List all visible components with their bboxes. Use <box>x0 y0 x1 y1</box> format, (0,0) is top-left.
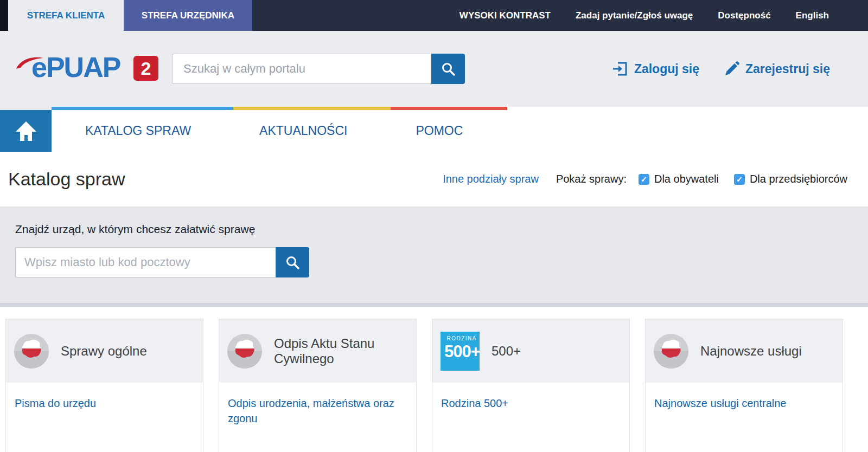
register-button[interactable]: Zarejestruj się <box>724 61 830 76</box>
link-wysoki-kontrast[interactable]: WYSOKI KONTRAST <box>459 10 551 21</box>
poland-map-icon <box>227 334 262 369</box>
search-icon <box>441 61 456 76</box>
portal-search-input[interactable] <box>172 54 431 84</box>
search-icon <box>285 255 300 270</box>
card-body: Pisma do urzędu <box>6 383 203 411</box>
home-button[interactable] <box>0 110 52 152</box>
card-body: Odpis urodzenia, małżeństwa oraz zgonu <box>219 383 416 426</box>
card-header[interactable]: Sprawy ogólne <box>6 319 203 383</box>
link-dostepnosc[interactable]: Dostępność <box>718 10 770 21</box>
show-cases-label: Pokaż sprawy: <box>556 173 627 185</box>
city-search-button[interactable] <box>276 247 309 277</box>
card-title: Sprawy ogólne <box>61 344 147 359</box>
filter-dla-obywateli[interactable]: Dla obywateli <box>639 173 719 185</box>
card-link-najnowsze-centralne[interactable]: Najnowsze usługi centralne <box>654 396 834 411</box>
topbar-links: WYSOKI KONTRAST Zadaj pytanie/Zgłoś uwag… <box>459 0 868 31</box>
page-title: Katalog spraw <box>8 169 125 190</box>
rodzina-500-label: 500+ <box>444 343 477 360</box>
tab-strefa-urzednika[interactable]: STREFA URZĘDNIKA <box>124 0 252 31</box>
card-link-odpis-urodzenia[interactable]: Odpis urodzenia, małżeństwa oraz zgonu <box>228 396 407 426</box>
card-link-pisma-do-urzedu[interactable]: Pisma do urzędu <box>15 396 194 411</box>
find-office-panel: Znajdź urząd, w którym chcesz załatwić s… <box>0 206 868 307</box>
tab-strefa-klienta[interactable]: STREFA KLIENTA <box>8 0 124 31</box>
catalog-controls: Inne podziały spraw Pokaż sprawy: Dla ob… <box>443 173 847 185</box>
topbar-spacer <box>252 0 459 31</box>
top-utility-bar: STREFA KLIENTA STREFA URZĘDNIKA WYSOKI K… <box>0 0 868 31</box>
city-search-input[interactable] <box>15 247 276 277</box>
card-sprawy-ogolne: Sprawy ogólne Pisma do urzędu <box>5 319 203 452</box>
card-najnowsze-uslugi: Najnowsze usługi Najnowsze usługi centra… <box>645 319 843 452</box>
poland-map-icon <box>14 334 49 369</box>
home-icon <box>14 120 38 142</box>
inne-podzialy-link[interactable]: Inne podziały spraw <box>443 173 539 185</box>
login-button[interactable]: Zaloguj się <box>612 61 699 77</box>
register-label: Zarejestruj się <box>745 62 830 76</box>
logo-text: ePUAP <box>31 51 120 83</box>
card-title: Najnowsze usługi <box>700 344 802 359</box>
find-office-search <box>15 247 868 277</box>
link-english[interactable]: English <box>796 10 829 21</box>
filter-label: Dla przedsiębiorców <box>750 173 847 185</box>
filter-label: Dla obywateli <box>654 173 719 185</box>
rodzina-500-logo: RODZINA 500+ <box>441 332 480 371</box>
find-office-label: Znajdź urząd, w którym chcesz załatwić s… <box>15 223 868 236</box>
category-cards: Sprawy ogólne Pisma do urzędu Odpis Aktu… <box>0 319 868 452</box>
topbar-left-edge <box>0 0 8 31</box>
auth-links: Zaloguj się Zarejestruj się <box>612 61 868 77</box>
nav-katalog-spraw[interactable]: KATALOG SPRAW <box>85 124 191 138</box>
card-odpis-aktu: Odpis Aktu Stanu Cywilnego Odpis urodzen… <box>219 319 417 452</box>
logo-badge-2: 2 <box>133 56 158 81</box>
portal-search <box>172 54 465 84</box>
checkbox-dla-obywateli[interactable] <box>639 174 649 185</box>
filter-dla-przedsiebiorcow[interactable]: Dla przedsiębiorców <box>734 173 847 185</box>
card-body: Najnowsze usługi centralne <box>646 383 843 411</box>
nav-pomoc[interactable]: POMOC <box>416 124 463 138</box>
pencil-icon <box>724 61 739 76</box>
card-title: 500+ <box>492 344 521 359</box>
login-label: Zaloguj się <box>634 62 699 76</box>
card-title: Odpis Aktu Stanu Cywilnego <box>274 336 409 366</box>
header: ePUAP 2 Zaloguj się Zarejestruj <box>0 31 868 107</box>
catalog-heading-row: Katalog spraw Inne podziały spraw Pokaż … <box>0 152 868 206</box>
link-zadaj-pytanie[interactable]: Zadaj pytanie/Zgłoś uwagę <box>576 10 693 21</box>
portal-search-button[interactable] <box>431 54 465 84</box>
card-body: Rodzina 500+ <box>432 383 629 411</box>
card-header[interactable]: Odpis Aktu Stanu Cywilnego <box>219 319 416 383</box>
login-icon <box>612 61 628 77</box>
main-nav: KATALOG SPRAW AKTUALNOŚCI POMOC <box>0 110 868 152</box>
nav-aktualnosci[interactable]: AKTUALNOŚCI <box>259 124 347 138</box>
card-header[interactable]: RODZINA 500+ 500+ <box>432 319 629 383</box>
poland-map-icon <box>654 334 688 369</box>
card-link-rodzina-500[interactable]: Rodzina 500+ <box>441 396 621 411</box>
epuap-logo[interactable]: ePUAP 2 <box>16 51 158 87</box>
nav-items: KATALOG SPRAW AKTUALNOŚCI POMOC <box>52 110 463 152</box>
card-header[interactable]: Najnowsze usługi <box>646 319 843 383</box>
rodzina-label: RODZINA <box>444 336 477 341</box>
checkbox-dla-przedsiebiorcow[interactable] <box>734 174 745 185</box>
card-500-plus: RODZINA 500+ 500+ Rodzina 500+ <box>432 319 630 452</box>
